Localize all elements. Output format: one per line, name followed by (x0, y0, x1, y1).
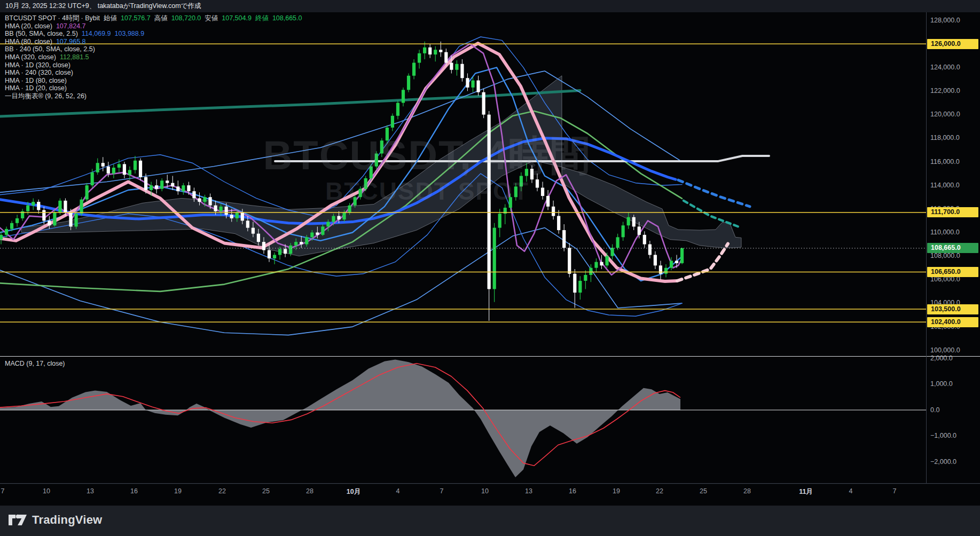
candle-body (230, 215, 233, 218)
legend-item-hma20[interactable]: HMA (20, close)107,824.7 (5, 22, 302, 30)
legend-item-bb50[interactable]: BB (50, SMA, close, 2.5)114,069.9103,988… (5, 30, 302, 38)
candle-body (69, 212, 72, 226)
candle-body (0, 235, 3, 240)
candle-body (444, 52, 448, 63)
candle-body (557, 216, 560, 230)
candle-body (134, 161, 137, 170)
legend-label: HMA · 240 (320, close) (5, 69, 73, 76)
candle-body (268, 250, 271, 258)
legend-label: BB · 240 (50, SMA, close, 2.5) (5, 45, 95, 53)
candle-body (434, 50, 437, 54)
time-axis-label: 22 (218, 487, 226, 495)
legend-label: BB (50, SMA, close, 2.5) (5, 30, 78, 37)
tradingview-logo-link[interactable]: TradingView (9, 513, 102, 527)
legend-value: 始値 (104, 14, 117, 22)
candle-body (680, 248, 684, 263)
legend-label: HMA · 1D (320, close) (5, 61, 70, 69)
time-axis-label: 16 (130, 487, 138, 495)
legend-label: HMA (320, close) (5, 53, 56, 61)
candle-body (552, 207, 555, 216)
candle-body (493, 228, 496, 289)
candle-body (80, 200, 83, 214)
candle-body (112, 168, 115, 174)
candle-body (219, 207, 223, 211)
candle-body (348, 206, 351, 212)
candle-body (648, 245, 652, 255)
candle-body (638, 226, 641, 234)
candle-body (396, 103, 399, 116)
time-axis-label: 25 (700, 487, 707, 495)
candle-body (252, 228, 255, 234)
time-axis-label: 19 (174, 487, 182, 495)
candle-body (402, 90, 405, 103)
legend-item-ichimoku[interactable]: 一目均衡表® (9, 26, 52, 26) (5, 92, 302, 100)
time-axis-label: 10月 (347, 487, 360, 496)
candle-body (450, 63, 453, 70)
time-axis-label: 7 (1, 487, 5, 495)
legend-label: HMA · 1D (20, close) (5, 84, 67, 92)
legend-value: 103,988.9 (115, 30, 145, 37)
candle-body (117, 164, 121, 168)
candle-body (342, 212, 346, 219)
tradingview-wordmark: TradingView (32, 513, 102, 527)
pane-separator[interactable] (0, 356, 980, 357)
line-hma-320-proj (684, 201, 740, 227)
candle-body (5, 229, 8, 235)
price-axis-tick: 2,000.0 (930, 353, 978, 363)
price-axis-tick: 118,000.0 (930, 133, 978, 143)
price-axis-tick: 122,000.0 (930, 86, 978, 96)
price-axis-tick: 0.0 (930, 405, 978, 415)
price-axis-tick: 120,000.0 (930, 109, 978, 119)
candle-body (278, 249, 281, 255)
candle-body (96, 163, 99, 172)
candle-body (594, 262, 598, 268)
price-axis-tick: 116,000.0 (930, 157, 978, 167)
candle-body (337, 216, 340, 220)
legend-label: 一目均衡表® (9, 26, 52, 26) (5, 92, 87, 100)
candle-body (203, 197, 206, 202)
time-axis-label: 7 (893, 487, 897, 495)
legend-item-hma320[interactable]: HMA (320, close)112,881.5 (5, 53, 302, 61)
time-axis-label: 13 (525, 487, 532, 495)
macd-legend[interactable]: MACD (9, 17, close) (5, 360, 65, 367)
price-axis-tick: 128,000.0 (930, 15, 978, 25)
price-axis-chip: 126,000.0 (927, 39, 978, 49)
time-axis-separator (0, 483, 980, 484)
legend-item-hma1d80[interactable]: HMA · 1D (80, close) (5, 77, 302, 85)
tradingview-logo-icon (9, 513, 27, 527)
time-axis-label: 4 (396, 487, 400, 495)
legend-item-hma1d320[interactable]: HMA · 1D (320, close) (5, 61, 302, 69)
price-axis-tick: −2,000.0 (930, 457, 978, 467)
candle-body (48, 220, 51, 225)
legend-value: 終値 (255, 14, 269, 22)
legend-value: 安値 (205, 14, 218, 22)
legend-item-symbol[interactable]: BTCUSDT SPOT · 4時間 · Bybit始値107,576.7高値1… (5, 14, 302, 22)
legend-value: 108,665.0 (272, 14, 302, 22)
time-axis-label: 19 (613, 487, 620, 495)
legend-item-hma240320[interactable]: HMA · 240 (320, close) (5, 69, 302, 77)
indicator-legend: BTCUSDT SPOT · 4時間 · Bybit始値107,576.7高値1… (5, 14, 302, 100)
candle-body (300, 242, 303, 244)
time-axis-label: 4 (849, 487, 853, 495)
attribution-text: 10月 23, 2025 12:32 UTC+9、 takatabaがTradi… (5, 2, 201, 10)
candle-body (316, 232, 319, 234)
legend-item-hma80[interactable]: HMA (80, close)107,965.8 (5, 38, 302, 46)
candle-body (610, 248, 614, 256)
time-axis-label: 7 (440, 487, 444, 495)
candle-body (546, 196, 550, 207)
legend-value: 108,720.0 (171, 14, 201, 22)
candle-body (654, 255, 657, 265)
candle-body (407, 76, 410, 90)
candle-body (364, 178, 367, 189)
tradingview-chart-window: 10月 23, 2025 12:32 UTC+9、 takatabaがTradi… (0, 0, 980, 536)
price-axis-chip: 106,650.0 (927, 267, 978, 277)
candle-body (128, 170, 131, 175)
candle-body (326, 222, 330, 227)
candle-body (386, 128, 389, 140)
legend-item-hma1d20[interactable]: HMA · 1D (20, close) (5, 84, 302, 92)
candle-body (423, 48, 426, 53)
legend-item-bb240[interactable]: BB · 240 (50, SMA, close, 2.5) (5, 45, 302, 53)
candle-body (439, 50, 442, 52)
candle-body (589, 268, 592, 275)
time-axis-label: 22 (656, 487, 663, 495)
